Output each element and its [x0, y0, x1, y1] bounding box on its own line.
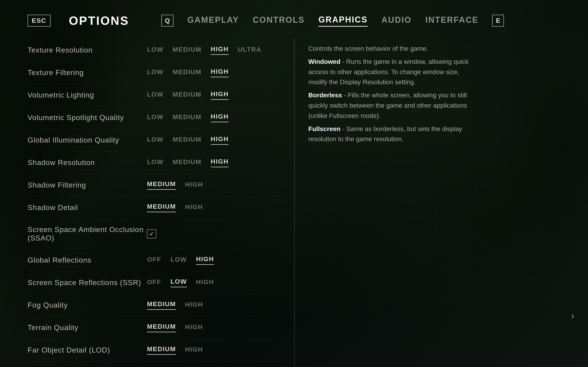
setting-label-terrain-quality: Terrain Quality — [27, 323, 147, 332]
setting-options-far-object-detail: MEDIUMHIGH — [147, 345, 280, 355]
option-shadow-resolution-high[interactable]: HIGH — [211, 158, 229, 167]
option-texture-filtering-high[interactable]: HIGH — [211, 68, 229, 77]
setting-label-shadow-detail: Shadow Detail — [27, 203, 147, 212]
setting-row-ssr: Screen Space Reflections (SSR)OFFLOWHIGH — [27, 272, 280, 294]
scroll-indicator: › — [571, 311, 574, 321]
option-shadow-resolution-low[interactable]: LOW — [147, 158, 163, 167]
setting-options-shadow-resolution: LOWMEDIUMHIGH — [147, 158, 280, 167]
setting-options-fog-quality: MEDIUMHIGH — [147, 300, 280, 310]
setting-row-shadow-filtering: Shadow FilteringMEDIUMHIGH — [27, 174, 280, 196]
option-volumetric-lighting-high[interactable]: HIGH — [211, 91, 229, 100]
setting-label-shadow-resolution: Shadow Resolution — [27, 158, 147, 167]
option-ssr-low[interactable]: LOW — [171, 278, 187, 287]
tab-graphics[interactable]: GRAPHICS — [319, 15, 368, 27]
option-volumetric-spotlight-quality-low[interactable]: LOW — [147, 113, 163, 122]
option-far-object-detail-high[interactable]: HIGH — [185, 346, 203, 355]
esc-button[interactable]: ESC — [27, 15, 51, 27]
setting-row-global-reflections: Global ReflectionsOFFLOWHIGH — [27, 249, 280, 272]
fullscreen-title: Fullscreen — [308, 125, 341, 133]
option-far-object-detail-medium[interactable]: MEDIUM — [147, 345, 176, 355]
info-windowed: Windowed - Runs the game in a window, al… — [308, 57, 469, 87]
option-global-illumination-quality-high[interactable]: HIGH — [211, 135, 229, 145]
page-title: OPTIONS — [69, 14, 129, 27]
setting-row-scattered-object-density: Scattered Object DensityLOWMEDIUMHIGHULT… — [27, 361, 280, 367]
option-volumetric-spotlight-quality-medium[interactable]: MEDIUM — [173, 113, 201, 122]
setting-options-texture-filtering: LOWMEDIUMHIGH — [147, 68, 280, 77]
setting-options-volumetric-spotlight-quality: LOWMEDIUMHIGH — [147, 113, 280, 122]
setting-label-far-object-detail: Far Object Detail (LOD) — [27, 346, 147, 354]
divider — [294, 39, 294, 367]
setting-row-ssao: Screen Space Ambient Occlusion (SSAO) — [27, 219, 280, 249]
tab-interface[interactable]: INTERFACE — [425, 15, 478, 26]
setting-label-volumetric-spotlight-quality: Volumetric Spotlight Quality — [27, 113, 147, 122]
setting-options-global-illumination-quality: LOWMEDIUMHIGH — [147, 135, 280, 145]
option-ssr-high[interactable]: HIGH — [196, 278, 214, 287]
borderless-title: Borderless — [308, 92, 342, 99]
setting-row-fog-quality: Fog QualityMEDIUMHIGH — [27, 294, 280, 317]
setting-options-global-reflections: OFFLOWHIGH — [147, 255, 280, 265]
header: ESC OPTIONS Q GAMEPLAY CONTROLS GRAPHICS… — [0, 0, 588, 34]
tab-controls[interactable]: CONTROLS — [253, 15, 305, 26]
setting-row-texture-resolution: Texture ResolutionLOWMEDIUMHIGHULTRA — [27, 39, 280, 61]
nav-tabs: Q GAMEPLAY CONTROLS GRAPHICS AUDIO INTER… — [161, 15, 504, 27]
option-global-reflections-off[interactable]: OFF — [147, 256, 161, 265]
info-borderless: Borderless - Fills the whole screen, all… — [308, 90, 469, 121]
setting-label-fog-quality: Fog Quality — [27, 301, 147, 309]
option-texture-resolution-medium[interactable]: MEDIUM — [173, 46, 201, 55]
option-volumetric-lighting-low[interactable]: LOW — [147, 91, 163, 100]
setting-label-shadow-filtering: Shadow Filtering — [27, 181, 147, 189]
tab-audio[interactable]: AUDIO — [381, 15, 412, 26]
info-panel: Controls the screen behavior of the game… — [308, 39, 469, 367]
info-description: Controls the screen behavior of the game… — [308, 44, 469, 54]
option-global-reflections-low[interactable]: LOW — [171, 256, 187, 265]
setting-row-texture-filtering: Texture FilteringLOWMEDIUMHIGH — [27, 61, 280, 84]
option-texture-resolution-high[interactable]: HIGH — [211, 45, 229, 55]
option-global-illumination-quality-low[interactable]: LOW — [147, 136, 163, 145]
next-tab-button[interactable]: E — [492, 15, 504, 27]
option-texture-resolution-low[interactable]: LOW — [147, 46, 163, 55]
setting-label-texture-resolution: Texture Resolution — [27, 46, 147, 54]
setting-row-volumetric-lighting: Volumetric LightingLOWMEDIUMHIGH — [27, 84, 280, 107]
setting-options-terrain-quality: MEDIUMHIGH — [147, 323, 280, 332]
option-shadow-filtering-high[interactable]: HIGH — [185, 181, 203, 190]
setting-label-volumetric-lighting: Volumetric Lighting — [27, 91, 147, 99]
info-fullscreen: Fullscreen - Same as borderless, but set… — [308, 124, 469, 145]
option-terrain-quality-high[interactable]: HIGH — [185, 323, 203, 332]
option-texture-filtering-medium[interactable]: MEDIUM — [173, 68, 201, 77]
checkbox-wrapper-ssao — [147, 229, 156, 238]
setting-options-volumetric-lighting: LOWMEDIUMHIGH — [147, 91, 280, 100]
setting-options-shadow-detail: MEDIUMHIGH — [147, 203, 280, 212]
option-ssr-off[interactable]: OFF — [147, 278, 161, 287]
setting-options-ssr: OFFLOWHIGH — [147, 278, 280, 287]
option-volumetric-lighting-medium[interactable]: MEDIUM — [173, 91, 201, 100]
setting-options-texture-resolution: LOWMEDIUMHIGHULTRA — [147, 45, 280, 55]
setting-row-global-illumination-quality: Global Illumination QualityLOWMEDIUMHIGH — [27, 129, 280, 151]
checkbox-ssao[interactable] — [147, 229, 156, 238]
setting-row-shadow-detail: Shadow DetailMEDIUMHIGH — [27, 196, 280, 219]
option-shadow-detail-high[interactable]: HIGH — [185, 203, 203, 212]
setting-row-shadow-resolution: Shadow ResolutionLOWMEDIUMHIGH — [27, 151, 280, 174]
setting-label-ssao: Screen Space Ambient Occlusion (SSAO) — [27, 225, 147, 242]
option-shadow-detail-medium[interactable]: MEDIUM — [147, 203, 176, 212]
setting-label-ssr: Screen Space Reflections (SSR) — [27, 278, 147, 287]
option-fog-quality-high[interactable]: HIGH — [185, 301, 203, 310]
setting-options-ssao — [147, 229, 280, 238]
settings-panel: Texture ResolutionLOWMEDIUMHIGHULTRAText… — [27, 39, 280, 367]
option-texture-resolution-ultra[interactable]: ULTRA — [238, 46, 261, 55]
tab-gameplay[interactable]: GAMEPLAY — [187, 15, 239, 26]
setting-row-far-object-detail: Far Object Detail (LOD)MEDIUMHIGH — [27, 339, 280, 361]
option-shadow-resolution-medium[interactable]: MEDIUM — [173, 158, 201, 167]
setting-row-volumetric-spotlight-quality: Volumetric Spotlight QualityLOWMEDIUMHIG… — [27, 107, 280, 129]
prev-tab-button[interactable]: Q — [161, 15, 174, 27]
option-volumetric-spotlight-quality-high[interactable]: HIGH — [211, 113, 229, 122]
option-global-reflections-high[interactable]: HIGH — [196, 255, 214, 265]
option-texture-filtering-low[interactable]: LOW — [147, 68, 163, 77]
main-content: Texture ResolutionLOWMEDIUMHIGHULTRAText… — [0, 34, 588, 367]
option-terrain-quality-medium[interactable]: MEDIUM — [147, 323, 176, 332]
setting-label-global-reflections: Global Reflections — [27, 256, 147, 264]
option-global-illumination-quality-medium[interactable]: MEDIUM — [173, 136, 201, 145]
option-shadow-filtering-medium[interactable]: MEDIUM — [147, 180, 176, 190]
setting-label-global-illumination-quality: Global Illumination Quality — [27, 136, 147, 144]
setting-options-shadow-filtering: MEDIUMHIGH — [147, 180, 280, 190]
option-fog-quality-medium[interactable]: MEDIUM — [147, 300, 176, 310]
